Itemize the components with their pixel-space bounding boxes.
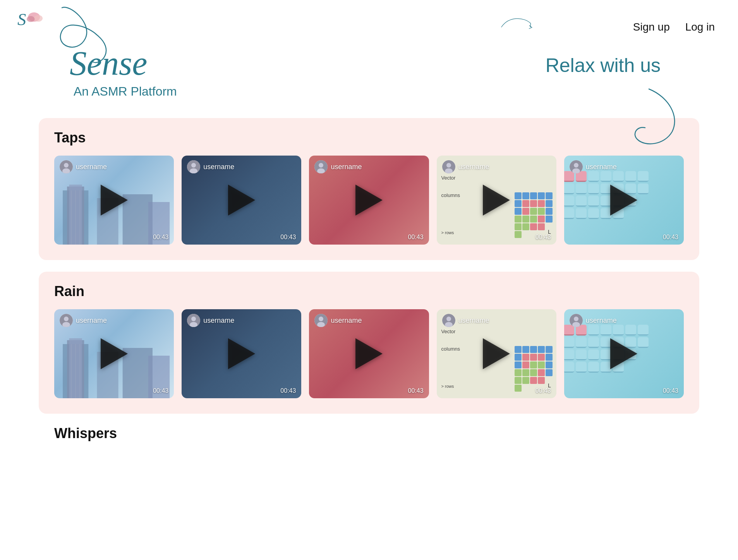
play-triangle [101,338,128,369]
card-duration: 00:43 [663,387,678,394]
svg-point-41 [191,317,196,321]
section-taps: Taps [39,118,699,260]
play-button[interactable] [228,185,255,216]
card-overlay: username 00:43 [437,156,556,245]
cards-row-rain: username 00:43 u [54,309,684,398]
play-button[interactable] [101,338,128,369]
play-button[interactable] [483,185,510,216]
video-card[interactable]: Vector columns > rows L [437,156,556,245]
svg-point-2 [34,15,43,22]
avatar [60,314,73,327]
avatar [570,160,583,173]
card-username-row: username [182,309,301,327]
svg-point-50 [574,317,578,321]
svg-point-17 [191,163,196,168]
svg-point-23 [446,163,451,168]
play-triangle [483,338,510,369]
play-button[interactable] [610,185,637,216]
play-button[interactable] [101,185,128,216]
card-username: username [458,317,489,325]
card-overlay: username 00:43 [54,309,174,398]
play-triangle [355,338,383,369]
video-card[interactable]: username 00:43 [564,156,684,245]
card-duration: 00:43 [280,234,296,241]
hero-subtitle: An ASMR Platform [74,84,177,99]
card-overlay: username 00:43 [437,309,556,398]
play-button[interactable] [355,338,383,369]
svg-point-14 [64,163,69,168]
avatar [314,314,328,327]
card-username: username [203,163,234,171]
svg-text:S: S [17,10,26,29]
avatar [187,160,200,173]
section-title-rain: Rain [54,283,684,300]
card-overlay: username 00:43 [182,156,301,245]
play-triangle [610,338,637,369]
play-button[interactable] [483,338,510,369]
svg-point-26 [574,163,578,168]
card-overlay: username 00:43 [309,309,429,398]
svg-point-20 [319,163,323,168]
card-duration: 00:43 [408,234,424,241]
card-username: username [76,163,107,171]
avatar [442,314,455,327]
video-card[interactable]: Vector columns > rows L [437,309,556,398]
card-username-row: username [564,309,684,327]
logo-area[interactable]: S [15,8,43,31]
card-username-row: username [564,156,684,173]
video-card[interactable]: username 00:43 [309,309,429,398]
play-triangle [483,185,510,216]
card-username-row: username [309,309,429,327]
video-card[interactable]: username 00:43 [309,156,429,245]
svg-point-44 [319,317,323,321]
play-button[interactable] [610,338,637,369]
card-username-row: username [54,156,174,173]
whispers-title: Whispers [54,425,699,442]
card-username: username [203,317,234,325]
header: S Sign up Log in [0,0,738,43]
card-username-row: username [309,156,429,173]
card-username: username [331,317,362,325]
play-triangle [355,185,383,216]
video-card[interactable]: username 00:43 [182,156,301,245]
header-nav: Sign up Log in [571,8,715,43]
card-username: username [458,163,489,171]
video-card[interactable]: username 00:43 [564,309,684,398]
hero-section: Sense An ASMR Platform Relax with us [0,43,738,110]
card-username: username [331,163,362,171]
card-duration: 00:43 [663,234,678,241]
video-card[interactable]: username 00:43 [54,309,174,398]
card-overlay: username 00:43 [182,309,301,398]
signup-link[interactable]: Sign up [633,21,670,33]
card-duration: 00:43 [153,387,168,394]
card-duration: 00:43 [153,234,168,241]
card-overlay: username 00:43 [54,156,174,245]
login-link[interactable]: Log in [685,21,715,33]
card-overlay: username 00:43 [564,156,684,245]
avatar [570,314,583,327]
cards-row-taps: username 00:43 u [54,156,684,245]
avatar [187,314,200,327]
deco-arrow [494,12,540,43]
whispers-section: Whispers [39,425,699,442]
card-duration: 00:43 [535,387,551,394]
card-overlay: username 00:43 [309,156,429,245]
hero-tagline: Relax with us [546,46,661,77]
logo-icon: S [15,8,43,31]
sections-container: Taps [0,118,738,414]
video-card[interactable]: username 00:43 [54,156,174,245]
play-triangle [101,185,128,216]
card-duration: 00:43 [535,234,551,241]
card-duration: 00:43 [280,387,296,394]
section-rain: Rain [39,272,699,414]
video-card[interactable]: username 00:43 [182,309,301,398]
card-username-row: username [182,156,301,173]
play-button[interactable] [355,185,383,216]
svg-point-3 [27,16,35,22]
hero-title: Sense [70,46,177,80]
card-username: username [586,317,617,325]
svg-point-47 [446,317,451,321]
play-button[interactable] [228,338,255,369]
svg-point-38 [64,317,69,321]
section-title-taps: Taps [54,130,684,146]
